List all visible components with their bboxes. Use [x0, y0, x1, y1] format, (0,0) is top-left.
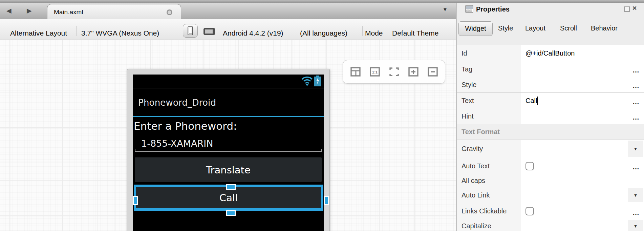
device-screen[interactable]: Phoneword_Droid Enter a Phoneword: 1-855…	[133, 75, 324, 231]
action-bar-divider	[133, 116, 324, 117]
links-clickable-value-field: …	[521, 203, 644, 219]
hint-value-field[interactable]: …	[521, 108, 644, 124]
zoom-out-icon[interactable]	[428, 66, 438, 77]
split-view-icon[interactable]	[350, 66, 361, 77]
dropdown-button[interactable]: ▼	[628, 220, 643, 231]
svg-text:1:1: 1:1	[372, 70, 378, 74]
property-label: Gravity	[457, 140, 521, 158]
design-canvas[interactable]: Phoneword_Droid Enter a Phoneword: 1-855…	[0, 40, 456, 231]
editor-area: ◀ ▶ Main.axml ▼ Alternative Layout 3.7" …	[0, 3, 456, 231]
language-selector[interactable]: (All languages)	[300, 29, 347, 37]
chevron-down-icon: ▼	[634, 193, 638, 198]
tab-close-dot-icon[interactable]	[167, 9, 172, 15]
capitalize-value-field[interactable]: ▼	[521, 219, 644, 231]
property-label: Tag	[457, 62, 521, 77]
xamarin-designer-window: ◀ ▶ Main.axml ▼ Alternative Layout 3.7" …	[0, 0, 644, 231]
property-label: Style	[457, 77, 521, 92]
mode-selector[interactable]: Mode	[365, 29, 383, 37]
auto-link-value-field[interactable]: ▼	[521, 187, 644, 203]
zoom-in-icon[interactable]	[408, 66, 418, 77]
resize-handle-left[interactable]	[133, 196, 138, 205]
landscape-phone-icon[interactable]	[203, 28, 215, 35]
tab-main-axml[interactable]: Main.axml	[47, 4, 181, 19]
property-label: Text	[457, 93, 521, 108]
alternative-layout-selector[interactable]: Alternative Layout	[10, 29, 67, 37]
dropdown-button[interactable]: ▼	[628, 141, 643, 157]
ellipsis-button[interactable]: …	[632, 98, 640, 106]
device-selector[interactable]: 3.7" WVGA (Nexus One)	[81, 29, 159, 37]
dropdown-button[interactable]: ▼	[628, 188, 643, 202]
resize-handle-top[interactable]	[226, 184, 236, 190]
toolbar-separator	[362, 26, 363, 36]
theme-selector[interactable]: Default Theme	[392, 29, 438, 37]
fit-to-window-icon[interactable]	[389, 66, 399, 77]
document-tab-strip: ◀ ▶ Main.axml ▼	[0, 3, 456, 20]
style-value-field[interactable]: …	[521, 77, 644, 92]
battery-charging-icon	[314, 76, 321, 86]
chevron-down-icon: ▼	[634, 224, 638, 229]
property-row-style: Style …	[457, 77, 644, 93]
section-header-text-format: Text Format	[457, 124, 644, 140]
property-label: Id	[457, 45, 521, 62]
property-label: Hint	[457, 108, 521, 124]
wifi-icon	[301, 77, 313, 86]
dock-panel-icon[interactable]	[624, 6, 630, 12]
auto-text-value-field: …	[521, 158, 644, 174]
ellipsis-button[interactable]: …	[632, 113, 640, 121]
tab-behavior[interactable]: Behavior	[591, 24, 618, 32]
tab-list-chevron-down-icon[interactable]: ▼	[443, 6, 448, 12]
phoneword-input-value[interactable]: 1-855-XAMARIN	[141, 138, 213, 149]
properties-grid: Id @+id/CallButton Tag … Style … Text	[457, 45, 644, 231]
tab-scroll[interactable]: Scroll	[560, 24, 577, 32]
properties-pad-icon	[465, 5, 473, 13]
property-label: All caps	[457, 174, 521, 187]
actual-size-icon[interactable]: 1:1	[370, 66, 380, 77]
property-row-all-caps: All caps	[457, 174, 644, 187]
portrait-orientation-button[interactable]	[183, 24, 198, 38]
call-button[interactable]: Call	[136, 187, 321, 208]
property-row-capitalize: Capitalize ▼	[457, 219, 644, 231]
navigate-back-icon[interactable]: ◀	[6, 7, 12, 14]
property-label: Links Clickable	[457, 203, 521, 219]
device-preview-frame: Phoneword_Droid Enter a Phoneword: 1-855…	[127, 69, 330, 231]
tab-widget[interactable]: Widget	[458, 21, 493, 36]
property-row-hint: Hint …	[457, 108, 644, 124]
links-clickable-checkbox[interactable]	[525, 207, 534, 215]
resize-handle-right[interactable]	[324, 196, 329, 205]
text-value-field[interactable]: Call …	[521, 93, 644, 108]
canvas-zoom-toolbar: 1:1	[343, 60, 445, 84]
text-value: Call	[525, 97, 537, 105]
property-row-auto-text: Auto Text …	[457, 158, 644, 174]
designer-toolbar: Alternative Layout 3.7" WVGA (Nexus One)…	[0, 19, 456, 40]
phoneword-prompt-label[interactable]: Enter a Phoneword:	[134, 120, 237, 132]
ellipsis-button[interactable]: …	[632, 66, 640, 74]
id-value: @+id/CallButton	[525, 49, 575, 57]
property-row-links-clickable: Links Clickable …	[457, 203, 644, 219]
ellipsis-button[interactable]: …	[632, 163, 640, 171]
tab-title: Main.axml	[54, 8, 83, 16]
navigate-forward-icon[interactable]: ▶	[27, 7, 32, 14]
ellipsis-button[interactable]: …	[632, 82, 640, 90]
resize-handle-bottom[interactable]	[226, 210, 236, 216]
id-value-field[interactable]: @+id/CallButton	[521, 45, 644, 62]
property-label: Auto Link	[457, 187, 521, 203]
properties-panel: Properties ✕ Widget Style Layout Scroll …	[457, 3, 644, 231]
ellipsis-button[interactable]: …	[632, 209, 640, 217]
selection-outline[interactable]: Call	[134, 185, 323, 211]
window-top-edge	[0, 0, 644, 3]
auto-text-checkbox[interactable]	[525, 162, 534, 170]
android-version-selector[interactable]: Android 4.4.2 (v19)	[223, 29, 283, 37]
tag-value-field[interactable]: …	[521, 62, 644, 77]
property-label: Capitalize	[457, 219, 521, 231]
gravity-value-field[interactable]: ▼	[521, 140, 644, 158]
tab-layout[interactable]: Layout	[525, 24, 545, 32]
tab-style[interactable]: Style	[498, 24, 513, 32]
close-panel-icon[interactable]: ✕	[632, 5, 637, 12]
property-row-auto-link: Auto Link ▼	[457, 187, 644, 203]
toolbar-separator	[297, 26, 297, 36]
all-caps-value-field	[521, 174, 644, 187]
text-cursor	[537, 97, 538, 105]
translate-button[interactable]: Translate	[135, 158, 322, 182]
toolbar-separator	[219, 26, 219, 36]
chevron-down-icon: ▼	[634, 146, 638, 151]
